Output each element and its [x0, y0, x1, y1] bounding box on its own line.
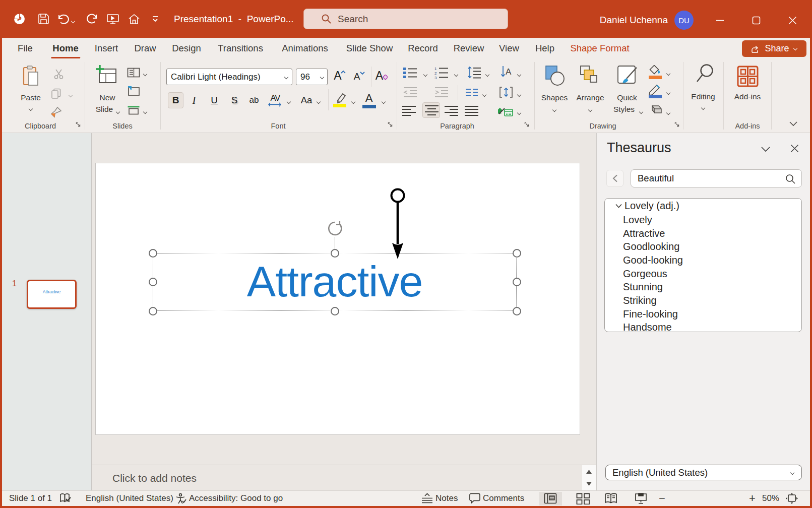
- text-shadow-button[interactable]: S: [227, 92, 241, 108]
- increase-indent-icon[interactable]: [434, 87, 448, 98]
- change-case-chevron-icon[interactable]: [317, 97, 321, 106]
- add-ins-icon[interactable]: [737, 66, 759, 87]
- notes-placeholder[interactable]: Click to add notes: [112, 472, 197, 484]
- italic-button[interactable]: I: [188, 92, 200, 108]
- resize-handle-middle-left[interactable]: [149, 278, 157, 286]
- columns-chevron-icon[interactable]: [482, 90, 486, 99]
- tab-review[interactable]: Review: [454, 38, 484, 59]
- shape-effects-chevron-icon[interactable]: [666, 108, 670, 117]
- pane-close-icon[interactable]: [790, 144, 799, 153]
- thesaurus-item[interactable]: Attractive: [623, 227, 693, 240]
- section-chevron-icon[interactable]: [143, 107, 147, 116]
- thesaurus-root-item[interactable]: Lovely (adj.): [615, 200, 679, 212]
- notes-pane[interactable]: Click to add notes: [92, 465, 596, 490]
- add-ins-label[interactable]: Add-ins: [734, 92, 761, 101]
- tab-view[interactable]: View: [499, 38, 519, 59]
- char-spacing-chevron-icon[interactable]: [287, 97, 291, 106]
- collapse-ribbon-icon[interactable]: [789, 121, 798, 127]
- scroll-down-icon[interactable]: [586, 481, 592, 486]
- thesaurus-item[interactable]: Striking: [623, 294, 693, 307]
- slide-sorter-icon[interactable]: [576, 491, 590, 506]
- shape-fill-icon[interactable]: [649, 65, 662, 79]
- quick-styles-icon[interactable]: [617, 66, 639, 86]
- text-direction-chevron-icon[interactable]: [517, 70, 521, 79]
- scroll-up-icon[interactable]: [586, 469, 592, 474]
- slide-indicator[interactable]: Slide 1 of 1: [9, 491, 52, 506]
- resize-handle-top-left[interactable]: [149, 249, 157, 258]
- align-text-chevron-icon[interactable]: [517, 90, 521, 99]
- resize-handle-middle-right[interactable]: [513, 278, 521, 286]
- shape-outline-chevron-icon[interactable]: [666, 88, 670, 97]
- tab-insert[interactable]: Insert: [95, 38, 118, 59]
- grow-font-button[interactable]: A: [333, 69, 347, 83]
- quick-styles-chevron-icon[interactable]: [639, 107, 643, 116]
- redo-icon[interactable]: [86, 13, 98, 25]
- comments-icon[interactable]: [469, 491, 481, 506]
- language-dropdown[interactable]: English (United States): [605, 465, 802, 480]
- tab-home[interactable]: Home: [52, 38, 78, 59]
- close-button[interactable]: [785, 13, 800, 28]
- thesaurus-search-icon[interactable]: [785, 174, 795, 184]
- thesaurus-item[interactable]: Lovely: [623, 213, 693, 227]
- clear-formatting-button[interactable]: A: [374, 69, 389, 83]
- maximize-button[interactable]: [748, 13, 764, 28]
- bold-button[interactable]: B: [168, 92, 183, 108]
- tab-help[interactable]: Help: [535, 38, 554, 59]
- paste-icon[interactable]: [22, 66, 39, 87]
- tab-file[interactable]: File: [18, 38, 33, 59]
- zoom-level[interactable]: 50%: [762, 491, 779, 506]
- quick-styles-label-2[interactable]: Styles: [613, 105, 635, 114]
- underline-button[interactable]: U: [207, 92, 221, 108]
- tab-slide-show[interactable]: Slide Show: [346, 38, 393, 59]
- strikethrough-button[interactable]: ab: [246, 92, 262, 108]
- line-spacing-chevron-icon[interactable]: [485, 70, 489, 79]
- pane-back-button[interactable]: [606, 170, 623, 187]
- thesaurus-item[interactable]: Goodlooking: [623, 240, 693, 253]
- cut-icon[interactable]: [53, 69, 64, 79]
- tab-transitions[interactable]: Transitions: [218, 38, 263, 59]
- thesaurus-search-box[interactable]: Beautiful: [631, 169, 802, 187]
- copy-chevron-icon[interactable]: [69, 91, 73, 100]
- font-color-button[interactable]: A: [362, 92, 376, 104]
- section-icon[interactable]: [127, 105, 140, 115]
- shape-outline-icon[interactable]: [649, 84, 662, 98]
- font-size-combo[interactable]: 96: [296, 69, 328, 85]
- pane-collapse-icon[interactable]: [761, 146, 771, 152]
- text-direction-icon[interactable]: A: [501, 66, 513, 79]
- numbering-icon[interactable]: 123: [434, 66, 448, 79]
- clipboard-dialog-launcher-icon[interactable]: [76, 122, 82, 128]
- normal-view-icon[interactable]: [544, 491, 557, 506]
- layout-chevron-icon[interactable]: [143, 70, 147, 79]
- align-center-button[interactable]: [422, 102, 440, 118]
- save-icon[interactable]: [38, 13, 49, 25]
- drawing-dialog-launcher-icon[interactable]: [674, 122, 680, 128]
- font-name-combo[interactable]: Calibri Light (Headings): [166, 69, 292, 85]
- smartart-icon[interactable]: [498, 106, 513, 116]
- arrow-shape[interactable]: [388, 187, 408, 261]
- notes-toggle-icon[interactable]: [421, 491, 433, 506]
- new-slide-icon[interactable]: [95, 65, 117, 87]
- thesaurus-item[interactable]: Fine-looking: [623, 307, 693, 321]
- shape-effects-icon[interactable]: [649, 105, 662, 116]
- shapes-icon[interactable]: [545, 66, 565, 86]
- slide-thumbnail[interactable]: Attractive: [27, 280, 77, 309]
- bullets-icon[interactable]: [403, 67, 417, 79]
- tab-draw[interactable]: Draw: [134, 38, 156, 59]
- paste-label[interactable]: Paste: [21, 93, 41, 102]
- slideshow-view-icon[interactable]: [635, 491, 647, 506]
- arrange-chevron-icon[interactable]: [588, 105, 592, 114]
- justify-icon[interactable]: [465, 105, 478, 116]
- shape-fill-chevron-icon[interactable]: [666, 69, 670, 78]
- copy-icon[interactable]: [51, 88, 61, 99]
- status-language[interactable]: English (United States): [86, 491, 173, 506]
- shrink-font-button[interactable]: A: [353, 70, 366, 83]
- minimize-button[interactable]: [712, 13, 727, 28]
- zoom-out-button[interactable]: −: [659, 491, 665, 506]
- reading-view-icon[interactable]: [604, 491, 617, 506]
- zoom-in-button[interactable]: +: [749, 491, 756, 506]
- bullets-chevron-icon[interactable]: [423, 70, 427, 79]
- align-right-icon[interactable]: [445, 105, 458, 116]
- format-painter-icon[interactable]: [50, 106, 62, 118]
- avatar[interactable]: DU: [674, 11, 694, 30]
- tab-shape-format[interactable]: Shape Format: [570, 38, 629, 59]
